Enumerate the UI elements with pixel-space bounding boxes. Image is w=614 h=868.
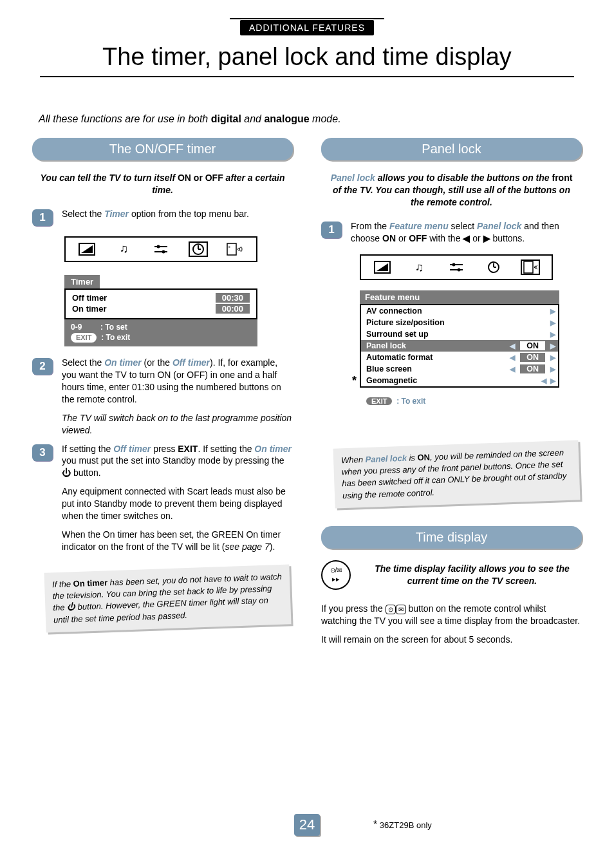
right-arrow-icon: ▶ [550,307,555,316]
feature-menu-label: Panel lock [366,341,406,350]
feature-menu-row: *Geomagnetic◀▶ [361,375,558,386]
page-number: 24 [294,814,320,836]
feature-menu-value: ON [520,341,545,350]
svg-marker-1 [81,245,93,253]
time-display-p2: It will remain on the screen for about 5… [321,634,582,646]
green-indicator-para: When the On timer has been set, the GREE… [62,529,293,553]
feature-menu-label: Automatic format [366,353,433,362]
speaker-icon: ≡ [225,241,245,257]
section-badge: ADDITIONAL FEATURES [240,20,374,35]
svg-marker-12 [377,263,388,271]
feature-menu: Feature menu AV connection▶Picture size/… [360,290,559,388]
feature-menu-label: AV connection [366,307,422,316]
clock-icon [484,259,503,275]
feature-menu-title: Feature menu [360,290,559,304]
section-panel-lock: Panel lock [321,138,582,160]
scart-para: Any equipment connected with Scart leads… [62,486,293,522]
osd-row-on-timer: On timer 00:00 [72,303,250,314]
column-left: The ON/OFF timer You can tell the TV to … [32,131,293,652]
svg-point-5 [162,250,165,253]
right-arrow-icon: ▶ [550,365,555,373]
timer-blurb: You can tell the TV to turn itself ON or… [39,172,286,196]
clock-text-button-icon: ⊙ [386,605,396,615]
step-2-note: The TV will switch back on to the last p… [62,412,293,437]
step-badge-3: 3 [32,444,53,461]
panel-lock-note-card: When Panel lock is ON, you will be remin… [333,440,580,509]
section-onoff-timer: The ON/OFF timer [32,138,293,160]
feature-menu-label: Geomagnetic [366,376,417,385]
left-arrow-icon: ◀ [541,377,546,385]
section-time-display: Time display [321,526,582,549]
text-button-icon: ✉ [396,605,406,615]
panel-step-badge-1: 1 [321,222,342,238]
svg-text:≡: ≡ [228,245,230,249]
picture-icon [77,241,97,257]
feature-menu-row: Blue screen◀ON▶ [361,363,558,375]
step-badge-1: 1 [32,209,53,226]
step-badge-2: 2 [32,358,53,375]
sliders-icon [151,241,171,257]
right-arrow-icon: ▶ [550,354,555,362]
on-timer-note-card: If the On timer has been set, you do not… [44,564,291,632]
page-title: The timer, panel lock and time display [40,43,574,77]
panel-step-1-text: From the Feature menu select Panel lock … [351,220,582,245]
music-icon: ♫ [114,241,133,257]
left-arrow-icon: ◀ [463,233,470,243]
osd-row-off-timer: Off timer 00:30 [72,292,250,303]
feature-menu-label: Picture size/position [366,318,445,327]
power-icon: ⏻ [67,602,76,612]
footnote: * 36ZT29B only [373,819,432,831]
osd-help: 0-9: To set EXIT : To exit [64,319,257,346]
svg-point-3 [156,245,160,248]
sliders-icon [447,259,466,275]
feature-menu-value: ON [520,353,545,362]
feature-menu-label: Blue screen [366,364,412,373]
right-arrow-icon: ▶ [550,377,555,385]
clock-icon [189,241,208,257]
header-rule-top [230,18,384,19]
intro-line: All these functions are for use in both … [39,113,614,125]
step-3-text: If setting the Off timer press EXIT. If … [62,443,293,480]
feature-menu-value: ON [520,364,545,373]
left-arrow-icon: ◀ [510,342,515,350]
star-icon: * [352,374,357,388]
left-arrow-icon: ◀ [510,354,515,362]
clock-text-button-icon: ⊙/✉ ▸▸ [321,560,351,590]
picture-icon [373,259,392,275]
right-arrow-icon: ▶ [550,342,555,350]
left-arrow-icon: ◀ [510,365,515,373]
osd-icon-bar: ♫ ≡ [64,236,257,262]
power-icon: ⏻ [62,467,71,478]
step-1-text: Select the Timer option from the top men… [62,208,293,226]
panel-lock-blurb: Panel lock allows you to disable the but… [328,172,575,209]
feature-menu-row: Automatic format◀ON▶ [361,352,558,363]
column-right: Panel lock Panel lock allows you to disa… [321,131,582,652]
feature-menu-help: EXIT : To exit [366,397,582,406]
svg-point-16 [457,269,460,272]
svg-point-14 [452,263,455,267]
right-arrow-icon: ▶ [550,319,555,327]
step-2-text: Select the On timer (or the Off timer). … [62,357,293,406]
feature-menu-row: Panel lock◀ON▶ [361,340,558,352]
feature-menu-row: AV connection▶ [361,305,558,317]
music-icon: ♫ [409,259,429,275]
osd-feature-icons: ♫ [360,254,553,280]
feature-menu-label: Surround set up [366,330,429,339]
osd-timer: ♫ ≡ Timer Off timer 00:30 On timer 00:00… [64,236,257,346]
svg-rect-20 [524,261,533,273]
time-display-blurb: The time display facility allows you to … [362,563,582,587]
time-display-p1: If you press the ⊙✉ button on the remote… [321,603,582,627]
right-arrow-icon: ▶ [550,330,555,339]
osd-title: Timer [64,275,100,288]
feature-menu-row: Surround set up▶ [361,328,558,340]
right-arrow-icon: ▶ [483,233,490,243]
feature-menu-row: Picture size/position▶ [361,317,558,328]
speaker-icon [521,259,540,275]
